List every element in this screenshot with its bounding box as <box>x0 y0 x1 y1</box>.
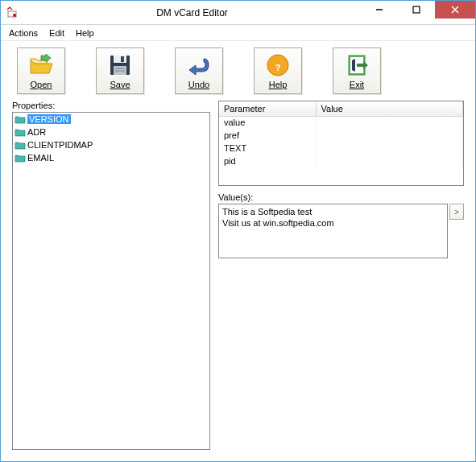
parameters-table[interactable]: Parameter Value valueprefTEXTpid <box>219 101 463 167</box>
cell-parameter: TEXT <box>219 142 316 155</box>
list-item[interactable]: VERSION <box>13 113 209 126</box>
open-label: Open <box>31 80 52 89</box>
cell-parameter: pid <box>219 155 316 167</box>
maximize-button[interactable] <box>398 1 435 19</box>
menu-actions[interactable]: Actions <box>4 27 43 39</box>
titlebar: DM vCard Editor <box>1 1 475 25</box>
minimize-icon <box>375 6 383 14</box>
app-icon <box>6 6 19 19</box>
parameters-table-wrap: Parameter Value valueprefTEXTpid <box>218 101 464 186</box>
values-textarea[interactable] <box>218 204 448 258</box>
maximize-icon <box>412 6 420 14</box>
folder-icon <box>14 114 26 124</box>
folder-icon <box>14 127 26 137</box>
table-row[interactable]: TEXT <box>219 142 463 155</box>
open-button[interactable]: Open <box>17 47 65 94</box>
minimize-button[interactable] <box>361 1 398 19</box>
help-label: Help <box>269 80 288 89</box>
app-window: DM vCard Editor Actions Edit Help <box>0 0 476 462</box>
folder-open-icon <box>28 52 54 78</box>
list-item-label: EMAIL <box>27 153 54 163</box>
cell-value <box>316 155 463 167</box>
svg-point-1 <box>13 14 16 17</box>
table-row[interactable]: pid <box>219 155 463 167</box>
list-item[interactable]: ADR <box>13 126 209 138</box>
values-label: Value(s): <box>218 192 464 202</box>
window-title: DM vCard Editor <box>23 7 361 19</box>
menu-edit[interactable]: Edit <box>44 27 69 39</box>
menu-help[interactable]: Help <box>71 27 99 39</box>
undo-button[interactable]: Undo <box>175 47 223 94</box>
details-panel: Parameter Value valueprefTEXTpid Value(s… <box>218 101 464 450</box>
exit-button[interactable]: Exit <box>333 47 381 94</box>
list-item-label: VERSION <box>27 114 71 124</box>
svg-text:?: ? <box>275 63 281 72</box>
properties-panel: Properties: VERSIONADRCLIENTPIDMAPEMAIL <box>12 101 210 450</box>
cell-parameter: value <box>219 116 316 129</box>
exit-door-icon <box>344 52 370 78</box>
values-expand-button[interactable]: > <box>449 204 464 220</box>
close-button[interactable] <box>435 1 475 19</box>
properties-label: Properties: <box>12 101 210 110</box>
help-button[interactable]: ? Help <box>254 47 302 94</box>
list-item-label: CLIENTPIDMAP <box>27 140 93 150</box>
values-section: Value(s): > <box>218 192 464 258</box>
floppy-disk-icon <box>107 52 133 78</box>
svg-rect-3 <box>413 6 420 13</box>
table-row[interactable]: pref <box>219 129 463 142</box>
undo-label: Undo <box>188 80 209 89</box>
close-icon <box>451 6 459 14</box>
svg-rect-7 <box>114 56 126 63</box>
cell-parameter: pref <box>219 129 316 142</box>
cell-value <box>316 142 463 155</box>
undo-arrow-icon <box>186 52 212 78</box>
list-item-label: ADR <box>27 127 46 137</box>
save-label: Save <box>110 80 130 89</box>
folder-icon <box>14 140 26 150</box>
exit-label: Exit <box>350 80 364 89</box>
question-mark-icon: ? <box>265 52 291 78</box>
save-button[interactable]: Save <box>96 47 144 94</box>
properties-listbox[interactable]: VERSIONADRCLIENTPIDMAPEMAIL <box>12 112 210 450</box>
table-row[interactable]: value <box>219 116 463 129</box>
cell-value <box>316 129 463 142</box>
list-item[interactable]: EMAIL <box>13 151 209 164</box>
menubar: Actions Edit Help <box>1 25 475 41</box>
svg-rect-8 <box>121 56 124 62</box>
cell-value <box>316 116 463 129</box>
toolbar: Open Save Undo <box>1 41 475 101</box>
content-area: Properties: VERSIONADRCLIENTPIDMAPEMAIL … <box>1 101 475 461</box>
column-value[interactable]: Value <box>316 101 463 116</box>
folder-icon <box>14 153 26 163</box>
column-parameter[interactable]: Parameter <box>219 101 316 116</box>
window-controls <box>361 1 475 24</box>
list-item[interactable]: CLIENTPIDMAP <box>13 138 209 151</box>
